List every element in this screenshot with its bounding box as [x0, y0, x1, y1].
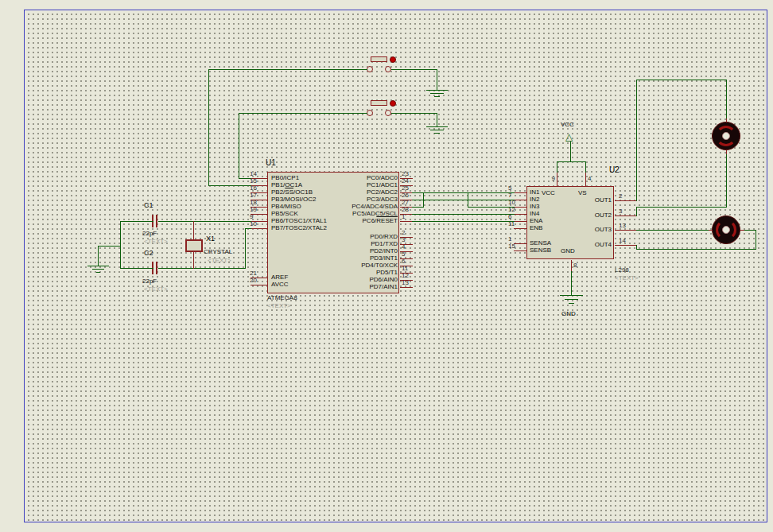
- pin-number: 6: [508, 214, 511, 220]
- wire-segment[interactable]: [430, 130, 444, 130]
- component-pin: [193, 251, 194, 269]
- pin-number: 24: [402, 178, 409, 184]
- c1-plate: [156, 215, 157, 227]
- component-pin: [740, 230, 744, 231]
- wire-segment[interactable]: [391, 69, 437, 70]
- wire-segment[interactable]: [636, 249, 756, 250]
- wire-segment[interactable]: [412, 200, 515, 200]
- pin-number: 1: [508, 236, 511, 243]
- wire-segment[interactable]: [245, 228, 251, 229]
- wire-segment[interactable]: [557, 161, 557, 173]
- pin-name: PC6/RESET: [334, 217, 398, 224]
- wire-segment[interactable]: [571, 270, 572, 296]
- wire-segment[interactable]: [412, 221, 515, 222]
- pin-name: PD7/AIN1: [334, 283, 398, 290]
- pin-number: 23: [402, 171, 409, 177]
- wire-segment[interactable]: [120, 221, 121, 269]
- pin-name: PB4/MISO: [271, 203, 301, 210]
- wire-segment[interactable]: [208, 69, 367, 70]
- wire-segment[interactable]: [98, 246, 121, 247]
- wire-segment[interactable]: [726, 80, 727, 122]
- wire-segment[interactable]: [208, 69, 209, 186]
- pin-stub: [514, 192, 527, 193]
- wire-segment[interactable]: [158, 221, 251, 222]
- pin-name: PB6/TOSC1/XTAL1: [271, 217, 327, 224]
- wire-segment[interactable]: [92, 269, 104, 270]
- wire-segment[interactable]: [636, 207, 727, 208]
- pin-stub: [251, 228, 268, 229]
- pin-stub: [615, 245, 637, 246]
- wire-segment[interactable]: [570, 142, 571, 162]
- u2-pin-vcc-label: VCC: [542, 189, 555, 196]
- pin-name: ENA: [530, 217, 542, 224]
- wire-segment[interactable]: [87, 266, 109, 266]
- wire-segment[interactable]: [636, 80, 727, 80]
- wire-segment[interactable]: [437, 113, 437, 127]
- pin-number: 4: [402, 244, 405, 250]
- wire-segment[interactable]: [560, 295, 583, 296]
- wire-segment[interactable]: [557, 161, 586, 162]
- wire-segment[interactable]: [437, 69, 437, 91]
- pin-name: PD5/T1: [334, 269, 398, 276]
- wire-segment[interactable]: [239, 113, 239, 179]
- pin-number: 1: [402, 214, 405, 220]
- pin-name: PC0/ADC0: [334, 174, 398, 181]
- wire-segment[interactable]: [96, 272, 100, 273]
- pin-name: AVCC: [271, 281, 289, 288]
- pin-name: IN3: [530, 203, 539, 210]
- wire-segment[interactable]: [426, 90, 448, 91]
- wire-segment[interactable]: [98, 246, 99, 266]
- wire-segment[interactable]: [756, 230, 756, 250]
- pin-number: 10: [250, 221, 257, 227]
- wire-segment[interactable]: [569, 303, 574, 304]
- wire-segment[interactable]: [430, 93, 444, 94]
- wire-segment[interactable]: [423, 192, 515, 193]
- button1-actuator-icon: [390, 56, 396, 63]
- pin-stub: [615, 216, 637, 216]
- pin-number: 14: [619, 238, 626, 244]
- pin-number: 5: [402, 251, 405, 258]
- wire-segment[interactable]: [434, 133, 440, 134]
- pin-number: 5: [508, 185, 511, 192]
- wire-segment[interactable]: [434, 96, 440, 97]
- wire-segment[interactable]: [391, 113, 437, 114]
- wire-segment[interactable]: [726, 150, 727, 208]
- motor-2[interactable]: [712, 216, 740, 244]
- wire-segment[interactable]: [636, 207, 637, 216]
- wire-segment[interactable]: [245, 228, 246, 269]
- wire-segment[interactable]: [423, 192, 424, 208]
- wire-segment[interactable]: [120, 268, 153, 269]
- wire-segment[interactable]: [239, 178, 251, 179]
- pin-name: PC3/ADC3: [334, 196, 398, 203]
- schematic-editor-canvas[interactable]: U1 ATMEGA8 <TEXT> U2 L298 <TEXT> VCC VS …: [0, 0, 773, 532]
- wire-segment[interactable]: [585, 161, 586, 173]
- c1-value-label: 22pF: [142, 230, 157, 237]
- wire-segment[interactable]: [412, 207, 424, 208]
- wire-segment[interactable]: [636, 80, 637, 201]
- wire-segment[interactable]: [158, 268, 246, 269]
- wire-segment[interactable]: [468, 207, 515, 208]
- pin-number: 3: [402, 237, 405, 243]
- wire-segment[interactable]: [426, 126, 448, 127]
- crystal-x1[interactable]: [185, 239, 203, 252]
- wire-segment[interactable]: [120, 221, 153, 222]
- vcc-power-symbol[interactable]: △: [565, 132, 573, 142]
- pin-number: 21: [250, 270, 257, 277]
- motor-1[interactable]: [712, 122, 740, 150]
- wire-segment[interactable]: [208, 185, 251, 186]
- pin-number: 27: [402, 200, 409, 206]
- wire-segment[interactable]: [412, 214, 515, 215]
- pin-stub: [514, 228, 527, 229]
- c2-plate: [156, 262, 157, 274]
- button1-body: [371, 56, 387, 62]
- wire-segment[interactable]: [636, 230, 713, 231]
- u1-part-label: ATMEGA8: [267, 294, 297, 301]
- pin-stub: [615, 230, 637, 231]
- c2-value-label: 22pF: [142, 278, 157, 285]
- wire-segment[interactable]: [636, 245, 637, 250]
- pin-number: 25: [402, 185, 409, 192]
- wire-segment[interactable]: [239, 113, 367, 114]
- pin-number: 15: [508, 243, 515, 250]
- wire-segment[interactable]: [565, 299, 578, 300]
- pin-number: 11: [508, 221, 515, 227]
